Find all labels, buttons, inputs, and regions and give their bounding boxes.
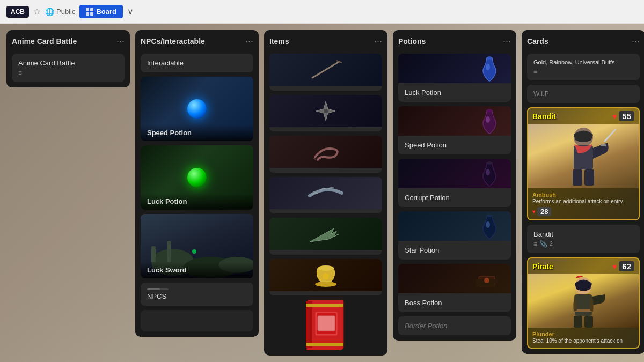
luck-potion-npc-label: Luck Potion <box>141 193 253 210</box>
bandit-footer-area: Ambush Performs an additional attack on … <box>528 188 639 219</box>
topbar-public-label: Public <box>56 8 75 16</box>
luck-potion-svg <box>479 55 500 82</box>
column-potions: Potions ··· Luck Potion <box>393 30 516 341</box>
wip-label: W.I.P <box>533 90 633 98</box>
card-boss-potion[interactable]: Boss Potion <box>398 264 511 312</box>
pirate-ability: Plunder <box>532 331 634 337</box>
card-luck-sword[interactable]: Luck Sword <box>141 214 253 278</box>
card-luck-potion[interactable]: Luck Potion <box>398 54 511 102</box>
card-partial-bottom[interactable] <box>141 310 253 331</box>
topbar: ACB ☆ 🌐 Public Board ∨ <box>0 0 644 24</box>
bandit-footer-title: Bandit <box>533 230 633 238</box>
svg-rect-13 <box>306 301 312 348</box>
board-button[interactable]: Board <box>79 5 123 18</box>
list-icon: ≡ <box>18 69 22 77</box>
game-card-bandit[interactable]: Bandit ♥ 55 <box>527 107 640 220</box>
pirate-figure-svg <box>530 274 637 328</box>
npcs-progress-fill <box>147 288 160 290</box>
svg-rect-18 <box>318 316 335 331</box>
list-icon-bandit: ≡ <box>533 240 537 248</box>
svg-point-10 <box>315 282 336 287</box>
svg-point-20 <box>486 64 490 70</box>
interactable-tag-text: Interactable <box>147 59 247 67</box>
svg-point-12 <box>323 273 329 279</box>
pirate-name: Pirate <box>532 262 553 271</box>
topbar-logo: ACB <box>6 6 29 18</box>
svg-rect-37 <box>575 294 592 316</box>
bandit-atk-icon: ♥ <box>532 209 536 215</box>
column-menu-cards[interactable]: ··· <box>632 36 640 46</box>
samehada-svg <box>304 180 347 206</box>
board-button-label: Board <box>96 8 116 16</box>
bandit-atk: 28 <box>537 207 551 216</box>
svg-rect-14 <box>306 304 343 307</box>
card-holy-grail[interactable]: Holy Grail <box>269 259 382 296</box>
corrupt-potion-title: Corrupt Potion <box>405 194 504 202</box>
svg-point-5 <box>192 249 196 254</box>
topbar-chevron-icon[interactable]: ∨ <box>127 6 134 17</box>
speed-potion-img <box>398 106 511 136</box>
card-corrupt-potion[interactable]: Corrupt Potion <box>398 159 511 207</box>
card-luck-potion-npc[interactable]: Luck Potion <box>141 145 253 210</box>
card-bandit-footer[interactable]: Bandit ≡ 📎 2 <box>527 225 640 253</box>
card-shuriken[interactable]: Shuriken <box>269 95 382 132</box>
bandit-footer-icons: ≡ 📎 2 <box>533 240 633 248</box>
svg-line-34 <box>605 129 616 141</box>
card-stand-arrow[interactable]: Stand Arrow <box>269 218 382 255</box>
speed-potion-npc-label: Speed Potion <box>141 124 253 141</box>
topbar-star-button[interactable]: ☆ <box>33 6 41 17</box>
green-orb <box>187 168 207 187</box>
bandit-art <box>528 124 639 188</box>
card-speed-potion-npc[interactable]: Speed Potion <box>141 77 253 141</box>
stand-arrow-image <box>269 218 382 250</box>
bandit-desc: Performs an additional attack on entry. <box>532 198 634 205</box>
svg-point-29 <box>484 278 489 283</box>
bandit-hp: 55 <box>619 111 634 121</box>
boss-potion-img <box>398 264 511 293</box>
border-potion-title: Border Potion <box>405 322 504 330</box>
card-star-potion[interactable]: Star Potion <box>398 211 511 260</box>
svg-point-25 <box>487 214 492 217</box>
finger-svg <box>304 138 347 165</box>
svg-rect-33 <box>584 169 594 186</box>
svg-line-6 <box>312 62 339 78</box>
blue-orb <box>187 99 207 119</box>
npcs-progress-bar <box>147 288 169 290</box>
samehada-image <box>269 177 382 209</box>
column-title-potions: Potions <box>398 37 426 46</box>
column-header-npcs: NPCs/Interactable ··· <box>141 35 253 49</box>
card-speed-potion[interactable]: Speed Potion <box>398 106 511 154</box>
svg-point-21 <box>487 109 492 112</box>
column-menu-anime[interactable]: ··· <box>116 36 125 46</box>
card-cursed-finger[interactable]: Cursed finger <box>269 136 382 173</box>
card-gold-rainbow[interactable]: Gold, Rainbow, Universal Buffs ≡ <box>527 54 640 80</box>
column-header-potions: Potions ··· <box>398 35 511 49</box>
boss-potion-svg <box>468 265 500 292</box>
svg-rect-3 <box>151 246 156 262</box>
column-menu-potions[interactable]: ··· <box>503 36 511 46</box>
column-menu-npcs[interactable]: ··· <box>245 36 253 46</box>
bandit-figure-svg <box>530 124 637 188</box>
game-card-pirate[interactable]: Pirate ♥ 62 <box>527 257 640 349</box>
legendary-stick-image <box>269 54 382 86</box>
card-npcs-bar[interactable]: NPCS <box>141 283 253 306</box>
pirate-card-header: Pirate ♥ 62 <box>528 258 639 274</box>
list-icon-2: ≡ <box>533 68 537 75</box>
corrupt-potion-svg <box>479 160 500 187</box>
card-border-potion[interactable]: Border Potion <box>398 316 511 335</box>
card-legendary-stick[interactable]: Legendary Stick <box>269 54 382 91</box>
stick-svg <box>304 56 347 83</box>
svg-point-22 <box>486 116 490 123</box>
column-menu-items[interactable]: ··· <box>374 36 382 46</box>
card-interactable-tag[interactable]: Interactable <box>141 54 253 72</box>
holy-grail-image <box>269 259 382 291</box>
luck-sword-image: Luck Sword <box>141 214 253 278</box>
card-samehada[interactable]: Samehada <box>269 177 382 214</box>
svg-rect-4 <box>167 241 171 262</box>
column-header-items: Items ··· <box>269 35 382 49</box>
svg-point-24 <box>486 169 490 175</box>
card-book[interactable] <box>269 300 382 350</box>
card-acb-main[interactable]: Anime Card Battle ≡ <box>12 54 125 82</box>
column-header-anime: Anime Card Battle ··· <box>12 35 125 49</box>
speed-potion-svg <box>479 108 500 135</box>
